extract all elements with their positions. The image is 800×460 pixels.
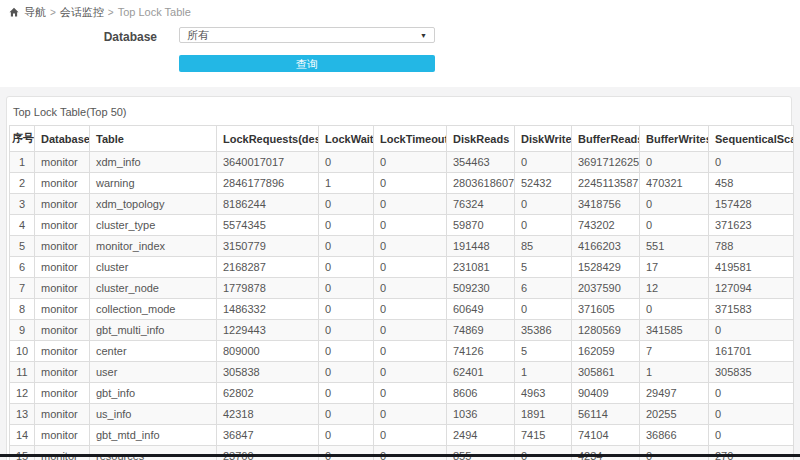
table-row: 6monitorcluster2168287002310815152842917…: [10, 257, 794, 278]
table-cell: monitor: [35, 341, 90, 362]
table-cell: 0: [319, 152, 374, 173]
table-row: 12monitorgbt_info62802008606496390409294…: [10, 383, 794, 404]
table-cell: 0: [319, 194, 374, 215]
table-cell: 191448: [447, 236, 515, 257]
table-cell: 13: [10, 404, 35, 425]
table-cell: 2846177896: [217, 173, 319, 194]
table-cell: 36847: [217, 425, 319, 446]
table-cell: monitor: [35, 383, 90, 404]
table-cell: 15: [10, 446, 35, 460]
table-cell: 3640017017: [217, 152, 319, 173]
table-cell: monitor: [35, 257, 90, 278]
table-cell: 8186244: [217, 194, 319, 215]
table-cell: 60649: [447, 299, 515, 320]
table-cell: 0: [374, 152, 447, 173]
table-row: 2monitorwarning2846177896102803618607524…: [10, 173, 794, 194]
table-cell: 4963: [515, 383, 572, 404]
table-cell: monitor: [35, 446, 90, 460]
table-cell: 0: [374, 236, 447, 257]
table-cell: 1891: [515, 404, 572, 425]
table-cell: 3418756: [572, 194, 640, 215]
table-cell: 371583: [709, 299, 794, 320]
table-cell: cluster_type: [90, 215, 217, 236]
table-cell: 0: [709, 383, 794, 404]
table-row: 7monitorcluster_node17798780050923062037…: [10, 278, 794, 299]
table-cell: 0: [515, 215, 572, 236]
table-cell: 161701: [709, 341, 794, 362]
breadcrumb-item-nav[interactable]: 导航: [24, 5, 46, 20]
table-cell: 0: [515, 299, 572, 320]
table-cell: 0: [319, 425, 374, 446]
column-header: SequenticalScans: [709, 126, 794, 152]
table-header-row: 序号DatabaseTableLockRequests(desc)LockWai…: [10, 126, 794, 152]
table-cell: xdm_info: [90, 152, 217, 173]
table-cell: 4: [10, 215, 35, 236]
table-cell: 0: [374, 425, 447, 446]
table-cell: gbt_mtd_info: [90, 425, 217, 446]
table-cell: 9: [10, 320, 35, 341]
table-cell: 12: [10, 383, 35, 404]
table-cell: 52432: [515, 173, 572, 194]
table-cell: 127094: [709, 278, 794, 299]
table-cell: 0: [374, 215, 447, 236]
table-cell: 0: [374, 404, 447, 425]
table-cell: 42318: [217, 404, 319, 425]
table-cell: 3150779: [217, 236, 319, 257]
table-cell: 23760: [217, 446, 319, 460]
breadcrumb-separator: >: [50, 7, 56, 18]
table-cell: 4234: [572, 446, 640, 460]
table-cell: 2037590: [572, 278, 640, 299]
table-cell: 0: [374, 362, 447, 383]
column-header: LockRequests(desc): [217, 126, 319, 152]
lock-table: 序号DatabaseTableLockRequests(desc)LockWai…: [9, 125, 794, 460]
table-cell: 0: [319, 236, 374, 257]
table-cell: 0: [640, 194, 709, 215]
table-cell: 551: [640, 236, 709, 257]
table-cell: 7: [640, 341, 709, 362]
table-cell: 419581: [709, 257, 794, 278]
table-cell: 14: [10, 425, 35, 446]
table-cell: 5: [515, 257, 572, 278]
table-cell: 0: [319, 257, 374, 278]
table-cell: 0: [319, 446, 374, 460]
table-cell: 59870: [447, 215, 515, 236]
database-select[interactable]: 所有 ▼: [179, 27, 435, 43]
table-cell: 62802: [217, 383, 319, 404]
table-cell: monitor: [35, 404, 90, 425]
home-icon[interactable]: [9, 7, 19, 17]
table-cell: 0: [515, 194, 572, 215]
table-row: 10monitorcenter8090000074126516205971617…: [10, 341, 794, 362]
table-row: 14monitorgbt_mtd_info3684700249474157410…: [10, 425, 794, 446]
table-cell: monitor: [35, 320, 90, 341]
table-cell: 341585: [640, 320, 709, 341]
table-cell: 371623: [709, 215, 794, 236]
table-cell: 0: [319, 404, 374, 425]
breadcrumb-item-session-monitor[interactable]: 会话监控: [60, 5, 104, 20]
top-lock-table-panel: Top Lock Table(Top 50) 序号DatabaseTableLo…: [6, 96, 792, 460]
table-cell: 17: [640, 257, 709, 278]
query-button[interactable]: 查询: [179, 55, 435, 72]
table-cell: 0: [640, 152, 709, 173]
table-cell: 270: [709, 446, 794, 460]
table-cell: 7: [10, 278, 35, 299]
table-cell: 5: [10, 236, 35, 257]
table-cell: 1486332: [217, 299, 319, 320]
table-cell: 855: [447, 446, 515, 460]
table-cell: gbt_info: [90, 383, 217, 404]
table-cell: 0: [709, 320, 794, 341]
column-header: BufferReads: [572, 126, 640, 152]
column-header: Table: [90, 126, 217, 152]
table-cell: us_info: [90, 404, 217, 425]
table-cell: 788: [709, 236, 794, 257]
table-cell: 0: [319, 320, 374, 341]
table-cell: 11: [10, 362, 35, 383]
table-cell: 3: [10, 194, 35, 215]
table-cell: 509230: [447, 278, 515, 299]
table-cell: 74869: [447, 320, 515, 341]
table-cell: 36866: [640, 425, 709, 446]
table-cell: 0: [374, 194, 447, 215]
table-cell: 0: [709, 152, 794, 173]
table-cell: 458: [709, 173, 794, 194]
table-cell: 0: [319, 215, 374, 236]
table-cell: 7415: [515, 425, 572, 446]
